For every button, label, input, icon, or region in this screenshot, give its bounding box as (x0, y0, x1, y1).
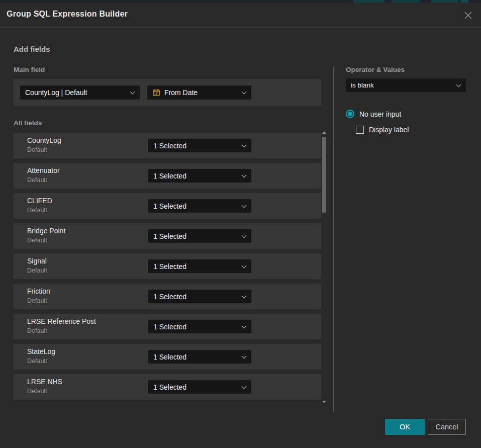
checkbox-unchecked-icon[interactable] (356, 126, 364, 134)
field-selected-dropdown[interactable]: 1 Selected (148, 320, 251, 333)
chevron-down-icon (242, 263, 247, 268)
field-selected-value: 1 Selected (153, 353, 186, 361)
scrollbar-thumb[interactable] (322, 137, 326, 213)
operator-select-value: is blank (351, 81, 374, 89)
field-selected-dropdown[interactable]: 1 Selected (148, 380, 251, 394)
dialog-title: Group SQL Expression Builder (7, 10, 128, 19)
field-name: LRSE NHS (27, 378, 62, 386)
vertical-divider (333, 66, 334, 412)
field-name: Friction (27, 287, 50, 295)
field-selected-value: 1 Selected (153, 293, 186, 301)
field-name: CLIFED (27, 197, 52, 205)
field-row: StateLog Default 1 Selected (14, 344, 321, 370)
field-selected-value: 1 Selected (153, 172, 186, 180)
field-subtitle: Default (27, 237, 47, 244)
field-selected-dropdown[interactable]: 1 Selected (148, 139, 251, 152)
main-field-panel: CountyLog | Default From Date (14, 79, 321, 106)
field-selected-dropdown[interactable]: 1 Selected (148, 199, 251, 213)
field-selected-dropdown[interactable]: 1 Selected (148, 290, 251, 303)
field-subtitle: Default (27, 388, 47, 395)
chevron-down-icon (130, 89, 135, 95)
field-name: StateLog (27, 347, 55, 355)
main-layer-select-value: CountyLog | Default (25, 88, 87, 97)
operator-select[interactable]: is blank (346, 78, 466, 92)
field-selected-value: 1 Selected (153, 232, 186, 240)
scrollbar-down-arrow-icon[interactable] (322, 401, 326, 403)
all-fields-heading: All fields (14, 119, 42, 127)
main-layer-select[interactable]: CountyLog | Default (20, 85, 140, 100)
no-user-input-option[interactable]: No user input (346, 110, 401, 118)
field-row: CountyLog Default 1 Selected (14, 133, 321, 158)
main-field-heading: Main field (14, 66, 45, 73)
field-subtitle: Default (27, 146, 47, 153)
close-icon[interactable] (462, 9, 474, 21)
operator-values-heading: Operator & Values (346, 66, 405, 73)
field-name: LRSE Reference Post (27, 317, 96, 325)
field-name: Attenuator (27, 166, 60, 174)
field-row: Signal Default 1 Selected (14, 253, 321, 279)
field-row: LRSE NHS Default 1 Selected (14, 374, 321, 400)
chevron-down-icon (242, 89, 247, 95)
field-subtitle: Default (27, 297, 47, 304)
group-sql-expression-builder-dialog: Group SQL Expression Builder Add fields … (0, 3, 481, 448)
checkbox-label: Display label (369, 126, 409, 134)
main-field-select[interactable]: From Date (147, 85, 251, 100)
main-field-select-value: From Date (164, 88, 198, 97)
add-fields-heading: Add fields (14, 45, 50, 53)
calendar-icon (152, 88, 160, 97)
radio-label: No user input (359, 110, 401, 118)
field-row: LRSE Reference Post Default 1 Selected (14, 314, 321, 339)
field-selected-value: 1 Selected (153, 383, 186, 391)
field-selected-value: 1 Selected (153, 262, 186, 271)
chevron-down-icon (242, 203, 247, 208)
cancel-button[interactable]: Cancel (428, 419, 466, 435)
field-subtitle: Default (27, 207, 47, 214)
chevron-down-icon (242, 384, 247, 389)
chevron-down-icon (242, 233, 247, 238)
field-selected-dropdown[interactable]: 1 Selected (148, 169, 251, 183)
screen: Group SQL Expression Builder Add fields … (0, 0, 481, 448)
chevron-down-icon (242, 172, 247, 177)
field-selected-dropdown[interactable]: 1 Selected (148, 259, 251, 273)
field-selected-dropdown[interactable]: 1 Selected (148, 350, 251, 364)
field-selected-value: 1 Selected (153, 323, 186, 331)
field-row: Bridge Point Default 1 Selected (14, 223, 321, 249)
field-subtitle: Default (27, 357, 47, 365)
chevron-down-icon (242, 353, 247, 359)
field-name: Signal (27, 257, 47, 265)
field-subtitle: Default (27, 176, 47, 184)
all-fields-list: CountyLog Default 1 Selected Attenuator … (14, 133, 321, 400)
field-name: Bridge Point (27, 227, 65, 235)
scrollbar-up-arrow-icon[interactable] (322, 131, 326, 134)
scrollbar[interactable] (322, 130, 327, 404)
field-row: Attenuator Default 1 Selected (14, 163, 321, 189)
field-selected-dropdown[interactable]: 1 Selected (148, 229, 251, 243)
ok-button[interactable]: OK (385, 419, 425, 435)
field-selected-value: 1 Selected (153, 202, 186, 210)
field-subtitle: Default (27, 267, 47, 274)
display-label-option[interactable]: Display label (356, 126, 409, 134)
field-row: Friction Default 1 Selected (14, 284, 321, 309)
chevron-down-icon (242, 323, 247, 328)
field-subtitle: Default (27, 327, 47, 334)
field-name: CountyLog (27, 136, 61, 144)
chevron-down-icon (242, 293, 247, 298)
radio-selected-icon[interactable] (346, 110, 354, 118)
field-selected-value: 1 Selected (153, 142, 186, 150)
chevron-down-icon (242, 142, 247, 147)
field-row: CLIFED Default 1 Selected (14, 193, 321, 219)
chevron-down-icon (456, 82, 461, 87)
dialog-titlebar: Group SQL Expression Builder (0, 3, 481, 28)
